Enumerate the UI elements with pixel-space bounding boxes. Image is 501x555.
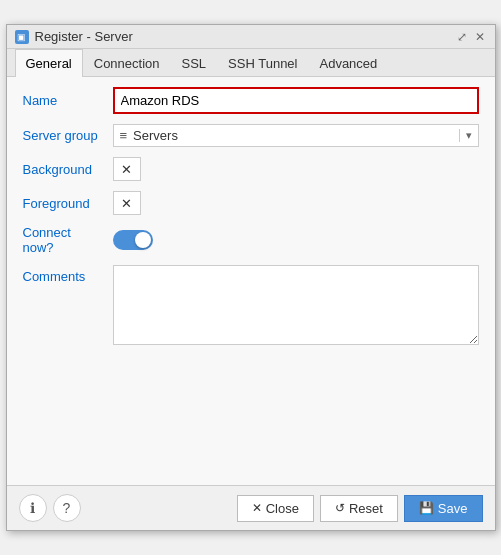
tab-advanced[interactable]: Advanced	[308, 49, 388, 77]
name-field-wrapper	[113, 87, 479, 114]
connect-now-toggle[interactable]	[113, 230, 153, 250]
tab-general[interactable]: General	[15, 49, 83, 77]
titlebar-left: ▣ Register - Server	[15, 29, 133, 44]
info-icon: ℹ	[30, 500, 35, 516]
close-button[interactable]: ✕ Close	[237, 495, 314, 522]
reset-button-label: Reset	[349, 501, 383, 516]
comments-label: Comments	[23, 265, 113, 284]
tab-connection-label: Connection	[94, 56, 160, 71]
background-label: Background	[23, 162, 113, 177]
foreground-color-button[interactable]: ✕	[113, 191, 141, 215]
tab-ssl[interactable]: SSL	[171, 49, 218, 77]
save-button-label: Save	[438, 501, 468, 516]
name-input[interactable]	[115, 89, 477, 112]
server-group-wrapper[interactable]: ≡ Servers ▾	[113, 124, 479, 147]
help-icon: ?	[63, 500, 71, 516]
footer-right-buttons: ✕ Close ↺ Reset 💾 Save	[237, 495, 483, 522]
footer-left-buttons: ℹ ?	[19, 494, 81, 522]
background-color-button[interactable]: ✕	[113, 157, 141, 181]
expand-button[interactable]: ⤢	[455, 30, 469, 44]
foreground-label: Foreground	[23, 196, 113, 211]
connect-now-row: Connect now?	[23, 225, 479, 255]
tab-ssh-tunnel[interactable]: SSH Tunnel	[217, 49, 308, 77]
form-content: Name Server group ≡ Servers ▾ Background…	[7, 77, 495, 485]
titlebar: ▣ Register - Server ⤢ ✕	[7, 25, 495, 49]
tabs-bar: General Connection SSL SSH Tunnel Advanc…	[7, 49, 495, 77]
server-group-dropdown-arrow[interactable]: ▾	[459, 129, 472, 142]
connect-now-label: Connect now?	[23, 225, 113, 255]
server-group-value: Servers	[133, 128, 458, 143]
close-button-icon: ✕	[252, 501, 262, 515]
tab-connection[interactable]: Connection	[83, 49, 171, 77]
content-spacer	[23, 355, 479, 475]
tab-ssl-label: SSL	[182, 56, 207, 71]
reset-button[interactable]: ↺ Reset	[320, 495, 398, 522]
name-label: Name	[23, 93, 113, 108]
window-icon: ▣	[15, 30, 29, 44]
save-button-icon: 💾	[419, 501, 434, 515]
toggle-knob	[135, 232, 151, 248]
tab-ssh-tunnel-label: SSH Tunnel	[228, 56, 297, 71]
window-title: Register - Server	[35, 29, 133, 44]
close-button-label: Close	[266, 501, 299, 516]
foreground-x-icon: ✕	[121, 196, 132, 211]
save-button[interactable]: 💾 Save	[404, 495, 483, 522]
tab-advanced-label: Advanced	[319, 56, 377, 71]
footer: ℹ ? ✕ Close ↺ Reset 💾 Save	[7, 485, 495, 530]
reset-button-icon: ↺	[335, 501, 345, 515]
background-row: Background ✕	[23, 157, 479, 181]
connect-now-label-line2: now?	[23, 240, 54, 255]
comments-textarea[interactable]	[113, 265, 479, 345]
foreground-row: Foreground ✕	[23, 191, 479, 215]
connect-now-label-line1: Connect	[23, 225, 71, 240]
window-icon-symbol: ▣	[17, 32, 26, 42]
server-group-row: Server group ≡ Servers ▾	[23, 124, 479, 147]
background-x-icon: ✕	[121, 162, 132, 177]
name-row: Name	[23, 87, 479, 114]
help-button[interactable]: ?	[53, 494, 81, 522]
connect-now-toggle-wrapper	[113, 230, 153, 250]
server-group-label: Server group	[23, 128, 113, 143]
info-button[interactable]: ℹ	[19, 494, 47, 522]
comments-row: Comments	[23, 265, 479, 345]
titlebar-controls: ⤢ ✕	[455, 30, 487, 44]
close-window-button[interactable]: ✕	[473, 30, 487, 44]
server-group-icon: ≡	[120, 128, 128, 143]
register-server-window: ▣ Register - Server ⤢ ✕ General Connecti…	[6, 24, 496, 531]
tab-general-label: General	[26, 56, 72, 71]
